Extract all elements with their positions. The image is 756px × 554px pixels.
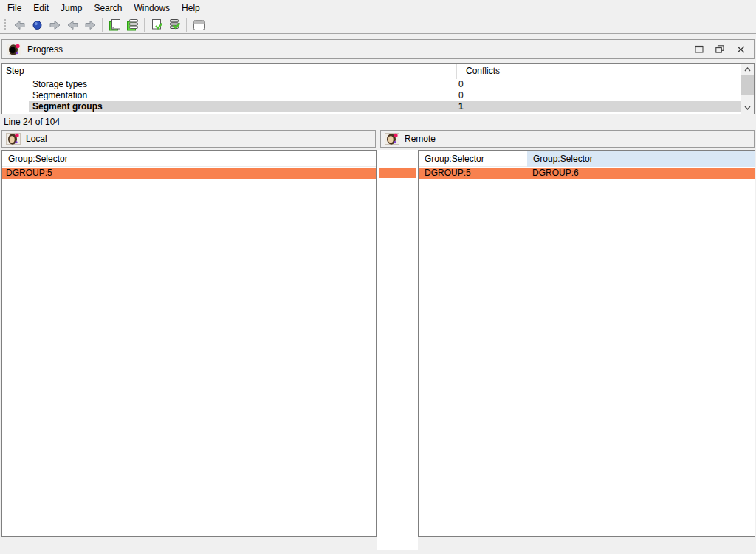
- local-cell-dgroup5: DGROUP:5: [2, 168, 376, 179]
- menu-bar: File Edit Jump Search Windows Help: [0, 0, 756, 16]
- remote-panel-header: Remote: [380, 130, 755, 148]
- remote-grid-header-row: Group:Selector Group:Selector: [419, 151, 755, 167]
- stack-check-icon: [168, 19, 181, 31]
- chevron-up-icon: [744, 67, 751, 72]
- toolbar-separator: [186, 18, 187, 32]
- green-page-icon: [109, 19, 121, 31]
- row-highlight: [29, 79, 741, 90]
- local-grid-header-row: Group:Selector: [2, 151, 376, 167]
- table-row-segment-groups[interactable]: Segment groups 1: [2, 101, 741, 112]
- conflicts-value: 1: [458, 101, 464, 112]
- maximize-icon: [695, 45, 704, 53]
- local-column-header-group-selector[interactable]: Group:Selector: [2, 151, 376, 167]
- local-conflict-row[interactable]: DGROUP:5: [2, 168, 376, 179]
- window-button[interactable]: [190, 17, 207, 33]
- table-row-segmentation[interactable]: Segmentation 0: [2, 90, 741, 101]
- menu-edit[interactable]: Edit: [27, 1, 55, 16]
- progress-table: Step Conflicts Storage types 0 Segmentat…: [1, 63, 755, 114]
- maximize-button[interactable]: [693, 43, 706, 56]
- next-arrow-icon: [84, 19, 97, 31]
- column-divider: [456, 64, 457, 79]
- step-label: Storage types: [32, 79, 87, 90]
- progress-window-title: Progress: [27, 44, 63, 55]
- app-portrait-icon: [6, 133, 21, 145]
- scrollbar-thumb[interactable]: [741, 75, 754, 95]
- app-portrait-icon: [385, 133, 399, 145]
- back-arrow-button[interactable]: [10, 17, 28, 33]
- chevron-down-icon: [744, 106, 751, 110]
- window-controls: [693, 43, 754, 56]
- menu-search[interactable]: Search: [88, 1, 128, 16]
- green-stack-button[interactable]: [123, 17, 141, 33]
- line-status-bar: Line 24 of 104: [0, 115, 756, 129]
- progress-window-titlebar: Progress: [1, 39, 755, 59]
- menu-jump[interactable]: Jump: [55, 1, 88, 16]
- progress-table-body: Step Conflicts Storage types 0 Segmentat…: [2, 64, 741, 114]
- row-highlight: [29, 101, 741, 112]
- local-panel-header: Local: [1, 130, 376, 148]
- toolbar-grip-handle[interactable]: [4, 19, 6, 31]
- forward-arrow-button[interactable]: [46, 17, 63, 33]
- remote-column-header-group-selector-1[interactable]: Group:Selector: [419, 151, 527, 167]
- previous-arrow-icon: [66, 19, 79, 31]
- forward-arrow-icon: [49, 19, 61, 31]
- table-scrollbar[interactable]: [741, 64, 754, 114]
- row-highlight: [29, 90, 741, 101]
- local-panel-title: Local: [26, 134, 47, 144]
- remote-cell-dgroup5: DGROUP:5: [419, 168, 527, 179]
- remote-cell-dgroup6: DGROUP:6: [527, 168, 755, 179]
- conflicts-value: 0: [458, 79, 464, 90]
- green-page-button[interactable]: [106, 17, 123, 33]
- toolbar: [0, 16, 756, 34]
- close-icon: [737, 46, 745, 53]
- green-stack-icon: [126, 19, 139, 31]
- table-row-storage-types[interactable]: Storage types 0: [2, 79, 741, 90]
- remote-column-header-group-selector-2[interactable]: Group:Selector: [527, 151, 755, 167]
- current-position-button[interactable]: [28, 17, 46, 33]
- page-check-button[interactable]: [148, 17, 165, 33]
- step-column-header[interactable]: Step: [6, 66, 24, 76]
- page-check-icon: [151, 19, 163, 31]
- close-button[interactable]: [734, 43, 747, 56]
- scroll-up-button[interactable]: [741, 64, 754, 75]
- previous-arrow-button[interactable]: [63, 17, 81, 33]
- line-status-text: Line 24 of 104: [4, 117, 60, 127]
- back-arrow-icon: [13, 19, 26, 31]
- app-portrait-icon: [7, 44, 21, 55]
- restore-icon: [715, 45, 724, 53]
- restore-button[interactable]: [713, 43, 726, 56]
- stack-check-button[interactable]: [165, 17, 183, 33]
- scroll-down-button[interactable]: [741, 102, 754, 114]
- menu-help[interactable]: Help: [176, 1, 206, 16]
- remote-panel-title: Remote: [405, 134, 436, 144]
- toolbar-separator: [102, 18, 103, 32]
- step-label: Segmentation: [32, 90, 87, 101]
- menu-file[interactable]: File: [1, 1, 27, 16]
- window-icon: [193, 19, 205, 31]
- toolbar-separator: [144, 18, 145, 32]
- diff-gutter: [377, 150, 418, 550]
- remote-grid: Group:Selector Group:Selector DGROUP:5 D…: [418, 150, 755, 537]
- step-label: Segment groups: [32, 101, 103, 112]
- next-arrow-button[interactable]: [81, 17, 99, 33]
- local-grid: Group:Selector DGROUP:5: [1, 150, 377, 537]
- conflict-marker-block: [379, 168, 416, 178]
- conflicts-column-header[interactable]: Conflicts: [466, 66, 500, 76]
- menu-windows[interactable]: Windows: [128, 1, 176, 16]
- remote-conflict-row[interactable]: DGROUP:5 DGROUP:6: [419, 168, 755, 179]
- blue-dot-icon: [31, 19, 44, 31]
- conflicts-value: 0: [458, 90, 464, 101]
